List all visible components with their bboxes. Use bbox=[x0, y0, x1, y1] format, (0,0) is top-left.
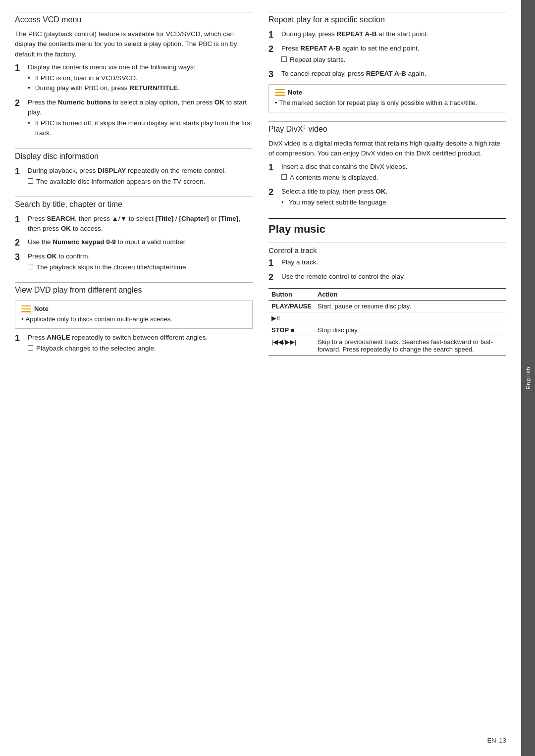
section-title-play-music: Play music bbox=[268, 218, 506, 238]
registered-mark: ® bbox=[303, 125, 306, 130]
note-line bbox=[275, 89, 285, 91]
step-number: 1 bbox=[15, 62, 24, 95]
step-item: 3 To cancel repeat play, press REPEAT A-… bbox=[268, 69, 506, 80]
note-item: Applicable only to discs contain multi-a… bbox=[21, 314, 246, 324]
table-cell-button: STOP ■ bbox=[268, 324, 315, 336]
step-number: 3 bbox=[268, 69, 277, 80]
main-content: Access VCD menu The PBC (playback contro… bbox=[0, 0, 521, 756]
section-search-by-title: Search by title, chapter or time 1 Press… bbox=[15, 197, 253, 273]
step-text: Use the Numeric keypad 0-9 to input a va… bbox=[28, 238, 187, 246]
note-box-repeat: Note The marked section for repeat play … bbox=[268, 84, 506, 112]
checkbox-text: Repeat play starts. bbox=[290, 55, 346, 65]
checkbox-text: The available disc information appears o… bbox=[36, 177, 205, 187]
step-content: Press ANGLE repeatedly to switch between… bbox=[28, 333, 253, 355]
section-access-vcd-menu: Access VCD menu The PBC (playback contro… bbox=[15, 12, 253, 140]
step-number: 3 bbox=[15, 252, 24, 274]
step-content: To cancel repeat play, press REPEAT A-B … bbox=[281, 69, 506, 80]
step-item: 1 Display the contents menu via one of t… bbox=[15, 62, 253, 95]
table-header-row: Button Action bbox=[268, 289, 506, 301]
step-text: To cancel repeat play, press REPEAT A-B … bbox=[281, 70, 426, 77]
divx-steps: 1 Insert a disc that contains the DivX v… bbox=[268, 162, 506, 209]
checkbox-row: A contents menu is displayed. bbox=[281, 173, 506, 183]
divx-intro: DivX video is a digital media format tha… bbox=[268, 139, 506, 159]
step-text: Play a track. bbox=[281, 258, 318, 266]
step-content: Press SEARCH, then press ▲/▼ to select [… bbox=[28, 214, 253, 234]
step-number: 2 bbox=[15, 98, 24, 140]
footer-lang: EN bbox=[487, 737, 496, 744]
step-content: Use the Numeric keypad 0-9 to input a va… bbox=[28, 237, 253, 249]
step-item: 2 Use the remote control to control the … bbox=[268, 272, 506, 283]
display-disc-steps: 1 During playback, press DISPLAY repeate… bbox=[15, 166, 253, 188]
step-text: During play, press REPEAT A-B at the sta… bbox=[281, 30, 428, 38]
checkbox-icon bbox=[281, 174, 287, 180]
section-title-access-vcd: Access VCD menu bbox=[15, 12, 253, 26]
step-item: 3 Press OK to confirm. The playback skip… bbox=[15, 252, 253, 274]
step-content: During playback, press DISPLAY repeatedl… bbox=[28, 166, 253, 188]
step-text: Insert a disc that contains the DivX vid… bbox=[281, 163, 407, 170]
step-number: 1 bbox=[15, 166, 24, 188]
bullet-item: During play with PBC on, press RETURN/TI… bbox=[28, 83, 253, 93]
step-content: Press REPEAT A-B again to set the end po… bbox=[281, 44, 506, 66]
step-item: 2 Press REPEAT A-B again to set the end … bbox=[268, 44, 506, 66]
step-item: 1 During play, press REPEAT A-B at the s… bbox=[268, 29, 506, 41]
sidebar-tab: English bbox=[521, 0, 535, 756]
sidebar-tab-label: English bbox=[525, 366, 531, 390]
step-item: 1 During playback, press DISPLAY repeate… bbox=[15, 166, 253, 188]
step-text: Use the remote control to control the pl… bbox=[281, 273, 405, 280]
table-header-action: Action bbox=[315, 289, 506, 301]
access-vcd-intro: The PBC (playback control) feature is av… bbox=[15, 29, 253, 59]
table-row: STOP ■ Stop disc play. bbox=[268, 324, 506, 336]
section-display-disc-info: Display disc information 1 During playba… bbox=[15, 149, 253, 188]
checkbox-icon bbox=[281, 56, 287, 62]
section-title-search: Search by title, chapter or time bbox=[15, 197, 253, 211]
section-title-display-disc: Display disc information bbox=[15, 149, 253, 163]
table-cell-button: ▶II bbox=[268, 312, 315, 324]
step-number: 1 bbox=[15, 333, 24, 355]
footer-page: 13 bbox=[499, 737, 506, 744]
step-text: During playback, press DISPLAY repeatedl… bbox=[28, 167, 226, 174]
note-label: Note bbox=[34, 305, 49, 312]
checkbox-row: The available disc information appears o… bbox=[28, 177, 253, 187]
section-title-angles: View DVD play from different angles bbox=[15, 282, 253, 297]
note-line bbox=[21, 311, 31, 312]
checkbox-icon bbox=[28, 345, 33, 351]
table-row: |◀◀/▶▶| Skip to a previous/next track. S… bbox=[268, 336, 506, 355]
step-item: 1 Press SEARCH, then press ▲/▼ to select… bbox=[15, 214, 253, 234]
step-content: Play a track. bbox=[281, 257, 506, 269]
note-label: Note bbox=[288, 89, 302, 96]
step-content: Press the Numeric buttons to select a pl… bbox=[28, 98, 253, 140]
step-item: 2 Select a title to play, then press OK.… bbox=[268, 187, 506, 209]
section-control-track: Control a track 1 Play a track. 2 bbox=[268, 243, 506, 356]
note-icon bbox=[21, 305, 31, 312]
table-cell-button: |◀◀/▶▶| bbox=[268, 336, 315, 355]
step-text: Display the contents menu via one of the… bbox=[28, 63, 195, 71]
table-cell-action: Stop disc play. bbox=[315, 324, 506, 336]
checkbox-row: Repeat play starts. bbox=[281, 55, 506, 65]
section-subtitle-control-track: Control a track bbox=[268, 243, 506, 254]
step-text: Press the Numeric buttons to select a pl… bbox=[28, 99, 247, 116]
step-item: 2 Press the Numeric buttons to select a … bbox=[15, 98, 253, 140]
bullet-item: If PBC is on, load in a VCD/SVCD. bbox=[28, 73, 253, 83]
bullet-item: If PBC is turned off, it skips the menu … bbox=[28, 118, 253, 139]
repeat-play-steps: 1 During play, press REPEAT A-B at the s… bbox=[268, 29, 506, 80]
button-label: STOP ■ bbox=[271, 326, 294, 334]
bullet-dot bbox=[281, 198, 286, 207]
bullet-dot bbox=[28, 118, 32, 139]
step-content: Display the contents menu via one of the… bbox=[28, 62, 253, 95]
table-cell-action: Start, pause or resume disc play. bbox=[315, 301, 506, 312]
step-content: Insert a disc that contains the DivX vid… bbox=[281, 162, 506, 184]
step-number: 2 bbox=[268, 272, 277, 283]
checkbox-row: The playback skips to the chosen title/c… bbox=[28, 262, 253, 272]
table-cell-action: Skip to a previous/next track. Searches … bbox=[315, 336, 506, 355]
step-content: Select a title to play, then press OK. Y… bbox=[281, 187, 506, 209]
table-row: PLAY/PAUSE Start, pause or resume disc p… bbox=[268, 301, 506, 312]
step-number: 1 bbox=[15, 214, 24, 234]
step-content: During play, press REPEAT A-B at the sta… bbox=[281, 29, 506, 41]
section-title-divx: Play DivX® video bbox=[268, 121, 506, 136]
page-wrapper: Access VCD menu The PBC (playback contro… bbox=[0, 0, 535, 756]
step-content: Use the remote control to control the pl… bbox=[281, 272, 506, 283]
bullet-dot bbox=[28, 73, 32, 83]
note-line bbox=[21, 305, 31, 307]
section-repeat-play: Repeat play for a specific section 1 Dur… bbox=[268, 12, 506, 112]
section-play-divx: Play DivX® video DivX video is a digital… bbox=[268, 121, 506, 209]
